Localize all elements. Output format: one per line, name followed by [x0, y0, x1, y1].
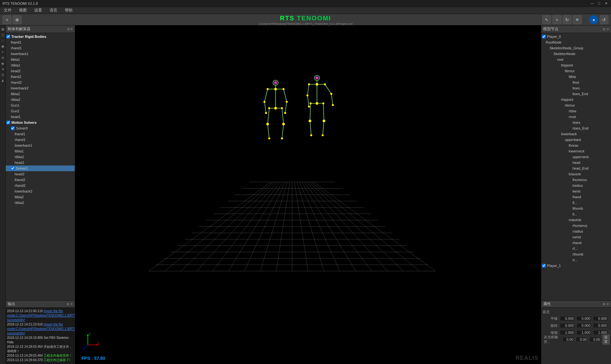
- node-rclavicle[interactable]: rclavicle: [541, 217, 611, 223]
- node-rhipjoint[interactable]: rhipjoint: [541, 97, 611, 102]
- tree-s1-rtibia2[interactable]: rtibia2: [6, 200, 75, 206]
- node-upperneck[interactable]: upperneck: [541, 154, 611, 160]
- node-rootnode[interactable]: RootNode: [541, 39, 611, 45]
- prop-translate-z[interactable]: [593, 316, 608, 321]
- menu-item-language[interactable]: 语言: [48, 7, 59, 14]
- minimize-button[interactable]: —: [590, 1, 594, 6]
- node-skeletonnode[interactable]: SkeletonNode: [541, 51, 611, 57]
- tree-s1-head2[interactable]: head2: [6, 171, 75, 177]
- add-button[interactable]: +: [3, 15, 11, 24]
- properties-float-btn[interactable]: ⊟: [603, 302, 605, 306]
- tree-s0-head1[interactable]: head1: [6, 160, 75, 165]
- node-thorax[interactable]: thorax: [541, 143, 611, 148]
- node-player0[interactable]: Player_0: [541, 34, 611, 39]
- node-ltoes[interactable]: ltoes: [541, 85, 611, 91]
- node-lclavicle[interactable]: lclavicle: [541, 171, 611, 177]
- node-rtibia[interactable]: rtibia: [541, 108, 611, 114]
- node-rtoes[interactable]: rtoes: [541, 120, 611, 125]
- sidebar-icon-4[interactable]: ▣: [1, 44, 5, 48]
- prop-rotate-x[interactable]: [560, 323, 575, 328]
- tree-head1[interactable]: head1: [6, 114, 75, 120]
- prop-axis-x[interactable]: [562, 337, 574, 342]
- tree-head2[interactable]: head2: [6, 68, 75, 74]
- prop-rotate-y[interactable]: [576, 323, 592, 328]
- checkbox-tracker-rigid-bodies[interactable]: [6, 35, 10, 38]
- refresh-button[interactable]: ↺: [600, 15, 608, 24]
- node-rwrist[interactable]: rwrist: [541, 234, 611, 240]
- scale-button[interactable]: ✕: [573, 15, 582, 24]
- node-head[interactable]: head: [541, 160, 611, 165]
- tree-s1-lhand2[interactable]: lhand2: [6, 177, 75, 183]
- tree-gun2[interactable]: Gun2: [6, 108, 75, 114]
- node-upperback[interactable]: upperback: [541, 137, 611, 143]
- checkbox-solver1[interactable]: [11, 166, 15, 170]
- node-lfoot[interactable]: lfoot: [541, 80, 611, 85]
- tree-lowerback2[interactable]: lowerback2: [6, 85, 75, 91]
- tree-s1-rhand2[interactable]: rhand2: [6, 183, 75, 188]
- node-lhand[interactable]: lhand: [541, 194, 611, 200]
- node-rradius[interactable]: rradius: [541, 228, 611, 234]
- left-panel-float-btn[interactable]: ⊟: [67, 27, 70, 31]
- node-rhand[interactable]: rhand: [541, 240, 611, 246]
- checkbox-player0[interactable]: [542, 35, 546, 38]
- maximize-button[interactable]: □: [597, 1, 601, 6]
- node-lt[interactable]: lt...: [541, 211, 611, 217]
- transform-button[interactable]: +: [552, 15, 561, 24]
- properties-close-btn[interactable]: ✕: [607, 302, 609, 306]
- tree-solver0[interactable]: Solver0: [6, 125, 75, 131]
- circle-blue[interactable]: ●: [589, 15, 598, 24]
- node-rt[interactable]: rt...: [541, 257, 611, 263]
- node-root[interactable]: root: [541, 57, 611, 62]
- checkbox-solver0[interactable]: [11, 126, 15, 130]
- menu-item-settings[interactable]: 设置: [32, 7, 44, 14]
- tree-lhand2[interactable]: lhand2: [6, 74, 75, 80]
- left-panel-close-btn[interactable]: ✕: [70, 27, 73, 31]
- node-rhumerus[interactable]: rhumerus: [541, 223, 611, 228]
- node-lf[interactable]: lf...: [541, 200, 611, 206]
- prop-scale-y[interactable]: [576, 330, 592, 335]
- tree-s0-lhand1[interactable]: lhand1: [6, 131, 75, 137]
- sidebar-icon-5[interactable]: ≡: [1, 50, 5, 54]
- tree-rhand2[interactable]: rhand2: [6, 80, 75, 85]
- node-rfemur[interactable]: rfemur: [541, 102, 611, 108]
- checkbox-player1[interactable]: [542, 264, 546, 268]
- checkbox-motion-solvers[interactable]: [6, 121, 10, 124]
- sidebar-icon-10[interactable]: ♟: [1, 78, 5, 83]
- tree-s0-rhand1[interactable]: rhand1: [6, 137, 75, 143]
- node-rthumb[interactable]: rthumb: [541, 251, 611, 257]
- node-lhipjoint[interactable]: lhipjoint: [541, 62, 611, 68]
- sidebar-icon-7[interactable]: ◉: [1, 61, 5, 66]
- node-lowerneck[interactable]: lowerneck: [541, 148, 611, 154]
- menu-item-file[interactable]: 文件: [2, 7, 13, 14]
- prop-set-button[interactable]: 设置: [602, 334, 610, 345]
- node-lthumb[interactable]: lthumb: [541, 206, 611, 211]
- tree-ltibia2[interactable]: ltibia2: [6, 91, 75, 97]
- tree-s1-ltibia2[interactable]: ltibia2: [6, 194, 75, 200]
- menu-item-help[interactable]: 帮助: [63, 7, 74, 14]
- tree-ltibia1[interactable]: ltibia1: [6, 57, 75, 62]
- prop-translate-x[interactable]: [560, 316, 575, 321]
- node-rroot[interactable]: rroot: [541, 114, 611, 120]
- move-button[interactable]: ⊕: [13, 15, 22, 24]
- close-button[interactable]: ✕: [604, 1, 608, 6]
- right-panel-close-btn[interactable]: ✕: [607, 27, 609, 31]
- sidebar-icon-2[interactable]: ◫: [1, 32, 5, 37]
- tree-lhand1[interactable]: lhand1: [6, 39, 75, 45]
- node-lfemur[interactable]: lfemur: [541, 68, 611, 74]
- sidebar-icon-1[interactable]: ▦: [1, 27, 5, 31]
- tree-s1-lowerback2[interactable]: lowerback2: [6, 188, 75, 194]
- prop-scale-x[interactable]: [560, 330, 575, 335]
- node-lhumerus[interactable]: lhumerus: [541, 177, 611, 183]
- sidebar-icon-9[interactable]: ☰: [1, 73, 5, 77]
- tree-solver1[interactable]: Solver1: [6, 165, 75, 171]
- tree-rtibia2[interactable]: rtibia2: [6, 97, 75, 102]
- output-float-btn[interactable]: ⊟: [67, 302, 69, 306]
- node-skeletonnode-group[interactable]: SkeletonNode_Group: [541, 45, 611, 51]
- right-panel-float-btn[interactable]: ⊟: [603, 27, 605, 31]
- node-ltibia[interactable]: ltibia: [541, 74, 611, 80]
- prop-translate-y[interactable]: [576, 316, 592, 321]
- output-close-btn[interactable]: ✕: [70, 302, 73, 306]
- sidebar-icon-3[interactable]: □: [1, 38, 5, 43]
- node-lowerback[interactable]: lowerback: [541, 131, 611, 137]
- section-motion-solvers[interactable]: Motion Solvers: [6, 120, 75, 125]
